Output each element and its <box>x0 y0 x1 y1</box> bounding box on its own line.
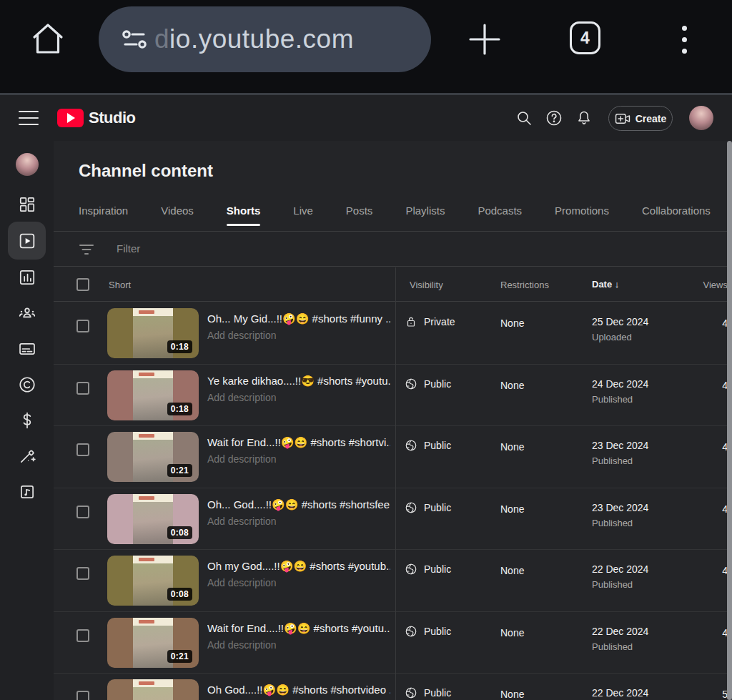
row-checkbox[interactable] <box>76 382 89 395</box>
search-icon[interactable] <box>515 109 533 127</box>
table-row[interactable]: 0:18 Oh... My Gid...!!🤪😄 #shorts #funny … <box>54 302 732 365</box>
visibility-cell[interactable]: Public <box>405 439 451 452</box>
analytics-icon[interactable] <box>18 268 36 287</box>
tab-shorts[interactable]: Shorts <box>227 204 261 226</box>
table-row[interactable]: 0:21 Wait for End....!!🤪😄 #shorts #youtu… <box>54 612 732 674</box>
date-status: Published <box>592 394 633 405</box>
row-checkbox[interactable] <box>76 320 89 332</box>
row-checkbox[interactable] <box>76 691 89 700</box>
row-checkbox[interactable] <box>76 629 89 642</box>
tabs: InspirationVideosShortsLivePostsPlaylist… <box>79 204 711 226</box>
new-tab-button[interactable] <box>468 22 502 56</box>
copyright-icon[interactable] <box>18 375 36 394</box>
visibility-cell[interactable]: Private <box>405 315 455 328</box>
video-title[interactable]: Oh God....!!🤪😄 #shorts #shortvideo ... <box>207 684 390 696</box>
video-thumbnail[interactable] <box>107 679 199 700</box>
date-cell: 25 Dec 2024 <box>592 316 648 327</box>
video-title[interactable]: Oh my God....!!🤪😄 #shorts #youtub... <box>207 560 390 573</box>
visibility-cell[interactable]: Public <box>405 625 451 638</box>
row-checkbox[interactable] <box>76 567 89 580</box>
column-date-sort[interactable]: Date ↓ <box>592 279 619 290</box>
table-row[interactable]: 0:18 Ye karke dikhao....!!😎 #shorts #you… <box>54 365 732 427</box>
visibility-cell[interactable]: Public <box>405 686 451 699</box>
table-row[interactable]: 0:21 Wait for End...!!🤪😄 #shorts #shortv… <box>54 426 732 488</box>
visibility-label: Private <box>424 316 455 327</box>
video-title[interactable]: Ye karke dikhao....!!😎 #shorts #youtu... <box>207 375 390 388</box>
add-description-link[interactable]: Add description <box>207 330 277 341</box>
tab-live[interactable]: Live <box>293 204 313 226</box>
video-title[interactable]: Wait for End...!!🤪😄 #shorts #shortvi... <box>207 436 390 449</box>
home-icon <box>30 20 66 57</box>
add-description-link[interactable]: Add description <box>207 392 277 403</box>
subtitles-icon[interactable] <box>18 340 36 358</box>
table-row[interactable]: 0:08 Oh... God....!!🤪😄 #shorts #shortsfe… <box>54 488 732 551</box>
create-button[interactable]: Create <box>608 106 673 131</box>
youtube-studio-logo[interactable]: Studio <box>57 95 135 141</box>
date-status: Published <box>592 518 633 528</box>
public-globe-icon <box>405 625 417 638</box>
content-icon <box>17 231 37 251</box>
visibility-label: Public <box>424 563 451 575</box>
duration-badge: 0:18 <box>167 403 192 415</box>
dashboard-icon[interactable] <box>18 195 36 214</box>
kebab-icon <box>682 26 687 31</box>
url-bar[interactable]: dio.youtube.com <box>99 6 431 72</box>
studio-header: Studio Create <box>0 95 732 141</box>
column-views[interactable]: Views <box>703 280 728 290</box>
filter-bar[interactable]: Filter <box>54 232 732 267</box>
column-visibility[interactable]: Visibility <box>410 280 443 290</box>
tab-switcher-button[interactable]: 4 <box>570 21 600 54</box>
date-cell: 24 Dec 2024 <box>592 378 648 390</box>
table-row[interactable]: 0:08 Oh my God....!!🤪😄 #shorts #youtub..… <box>54 550 732 612</box>
video-title[interactable]: Wait for End....!!🤪😄 #shorts #youtu... <box>207 622 390 635</box>
earn-icon[interactable] <box>18 411 36 430</box>
tab-inspiration[interactable]: Inspiration <box>79 204 128 226</box>
add-description-link[interactable]: Add description <box>207 516 277 527</box>
video-thumbnail[interactable]: 0:08 <box>107 556 199 606</box>
tab-podcasts[interactable]: Podcasts <box>478 204 522 226</box>
video-thumbnail[interactable]: 0:21 <box>107 432 199 482</box>
tab-playlists[interactable]: Playlists <box>405 204 445 226</box>
account-avatar[interactable] <box>689 106 713 130</box>
tab-collaborations[interactable]: Collaborations <box>642 204 711 226</box>
table-row[interactable]: Oh God....!!🤪😄 #shorts #shortvideo ... A… <box>54 674 732 700</box>
tab-posts[interactable]: Posts <box>346 204 373 226</box>
row-checkbox[interactable] <box>76 506 89 518</box>
visibility-cell[interactable]: Public <box>405 501 451 514</box>
restrictions-cell: None <box>500 689 524 700</box>
tab-promotions[interactable]: Promotions <box>555 204 609 226</box>
audio-library-icon[interactable] <box>18 483 36 501</box>
column-restrictions[interactable]: Restrictions <box>500 280 549 290</box>
notifications-icon[interactable] <box>575 109 593 127</box>
customization-icon[interactable] <box>18 447 36 465</box>
date-cell: 22 Dec 2024 <box>592 687 648 699</box>
video-thumbnail[interactable]: 0:21 <box>107 618 199 668</box>
home-button[interactable] <box>30 20 66 57</box>
video-thumbnail[interactable]: 0:18 <box>107 308 199 358</box>
video-thumbnail[interactable]: 0:08 <box>107 494 199 544</box>
visibility-cell[interactable]: Public <box>405 563 451 576</box>
url-text: dio.youtube.com <box>154 24 354 54</box>
tab-count: 4 <box>580 29 590 48</box>
vertical-scrollbar[interactable] <box>727 141 732 700</box>
video-title[interactable]: Oh... God....!!🤪😄 #shorts #shortsfee... <box>207 498 390 511</box>
add-description-link[interactable]: Add description <box>207 453 277 465</box>
sidebar-item-content[interactable] <box>8 222 46 260</box>
select-all-checkbox[interactable] <box>76 278 89 291</box>
video-thumbnail[interactable]: 0:18 <box>107 370 199 420</box>
date-cell: 22 Dec 2024 <box>592 563 648 575</box>
tune-icon <box>120 25 149 54</box>
menu-button[interactable] <box>19 111 39 125</box>
video-title[interactable]: Oh... My Gid...!!🤪😄 #shorts #funny ... <box>207 312 390 325</box>
sidebar-channel-avatar[interactable] <box>16 153 39 176</box>
browser-menu-button[interactable] <box>676 19 692 59</box>
duration-badge: 0:21 <box>167 464 192 477</box>
tab-videos[interactable]: Videos <box>161 204 194 226</box>
visibility-cell[interactable]: Public <box>405 378 451 390</box>
help-icon[interactable] <box>545 109 563 127</box>
filter-icon <box>79 242 94 257</box>
row-checkbox[interactable] <box>76 443 89 456</box>
add-description-link[interactable]: Add description <box>207 639 277 651</box>
add-description-link[interactable]: Add description <box>207 577 277 588</box>
community-icon[interactable] <box>18 304 36 322</box>
